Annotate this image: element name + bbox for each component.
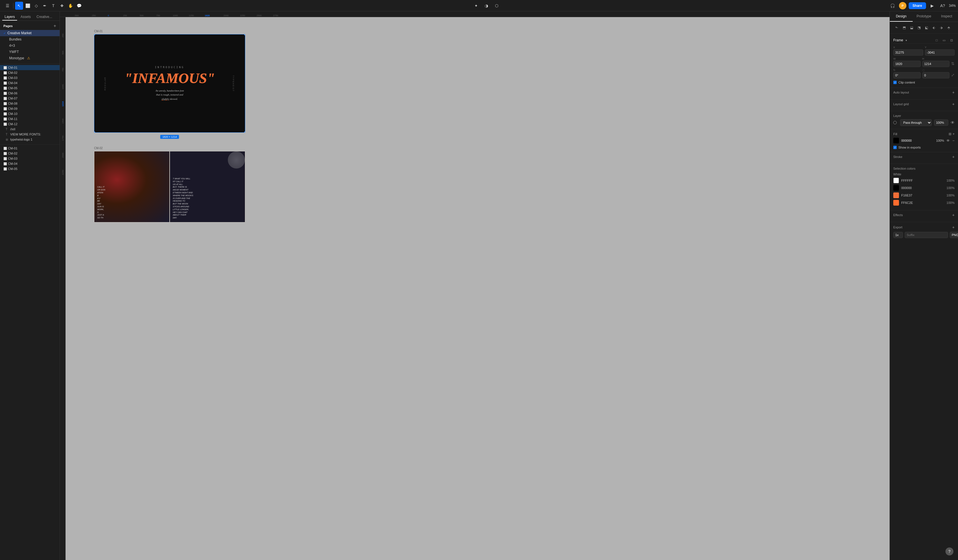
tab-creative[interactable]: Creative... bbox=[34, 14, 54, 21]
theme-button[interactable]: ◑ bbox=[482, 2, 490, 10]
export-scale-input[interactable] bbox=[893, 232, 903, 238]
sel-hex-f16e37[interactable]: F16E37 bbox=[901, 194, 944, 197]
sel-hex-ff6c2e[interactable]: FF6C2E bbox=[901, 201, 944, 205]
layer-item-cm05[interactable]: ⬜ CM-05 bbox=[0, 86, 60, 90]
shape-tool-button[interactable]: ◇ bbox=[32, 2, 40, 10]
frame-phone-icon[interactable]: □ bbox=[934, 37, 940, 43]
tab-assets[interactable]: Assets bbox=[18, 14, 33, 21]
tab-design[interactable]: Design bbox=[890, 11, 913, 22]
layer-item-iixii[interactable]: T //xII bbox=[0, 127, 60, 132]
layer-item-cm09[interactable]: ⬜ CM-09 bbox=[0, 106, 60, 111]
rotation-input[interactable] bbox=[893, 72, 921, 78]
w-input[interactable] bbox=[893, 61, 921, 67]
page-item-4x3[interactable]: 4×3 bbox=[0, 43, 60, 49]
hand-tool-button[interactable]: ✋ bbox=[67, 2, 75, 10]
layer-item-cm08[interactable]: ⬜ CM-08 bbox=[0, 101, 60, 106]
x-input[interactable] bbox=[893, 49, 923, 56]
export-format-input[interactable] bbox=[950, 232, 958, 238]
plugins-button[interactable]: ✦ bbox=[472, 2, 480, 10]
layer-item-cm07[interactable]: ⬜ CM-07 bbox=[0, 96, 60, 101]
fill-color-swatch[interactable] bbox=[893, 138, 899, 143]
layer-item-cm04-2[interactable]: ⬜ CM-04 bbox=[0, 161, 60, 166]
text-tool-button[interactable]: T bbox=[49, 2, 57, 10]
add-page-button[interactable]: + bbox=[54, 24, 56, 28]
distribute-v-button[interactable]: ⬘ bbox=[945, 24, 952, 31]
layer-item-view-more[interactable]: T VIEW MORE FONTS: bbox=[0, 132, 60, 137]
tab-layers[interactable]: Layers bbox=[2, 14, 17, 21]
stroke-add-button[interactable]: + bbox=[952, 154, 955, 159]
page-item-bundles[interactable]: Bundles bbox=[0, 36, 60, 43]
sel-hex-ffffff[interactable]: FFFFFF bbox=[901, 179, 944, 182]
layer-item-cm11[interactable]: ⬜ CM-11 bbox=[0, 116, 60, 122]
layer-item-cm02-2[interactable]: ⬜ CM-02 bbox=[0, 151, 60, 156]
layer-item-cm10[interactable]: ⬜ CM-10 bbox=[0, 111, 60, 116]
sel-swatch-000000[interactable] bbox=[893, 185, 899, 191]
fill-add-button[interactable]: + bbox=[953, 132, 955, 136]
layer-item-cm01-2[interactable]: ⬜ CM-01 bbox=[0, 146, 60, 151]
share-button[interactable]: Share bbox=[909, 2, 926, 9]
component-tool-button[interactable]: ❖ bbox=[58, 2, 66, 10]
layer-item-cm04[interactable]: ⬜ CM-04 bbox=[0, 81, 60, 86]
sel-hex-000000[interactable]: 000000 bbox=[901, 186, 944, 190]
distribute-h-button[interactable]: ⬗ bbox=[938, 24, 945, 31]
frame-cm02-content[interactable]: CALL ITOR DONATIONBA VBEDAYSUN ISWORK,SJ… bbox=[94, 151, 245, 222]
page-item-creative-market[interactable]: ✓ Creative Market bbox=[0, 30, 60, 36]
zoom-display[interactable]: 34% bbox=[949, 4, 956, 8]
y-input[interactable] bbox=[925, 49, 955, 56]
sel-swatch-f16e37[interactable] bbox=[893, 192, 899, 198]
frame-tool-button[interactable]: ⬜ bbox=[24, 2, 32, 10]
layer-item-cm03-2[interactable]: ⬜ CM-03 bbox=[0, 156, 60, 161]
canvas[interactable]: CM-01 REGULAR bbox=[65, 17, 890, 560]
fill-visibility-toggle[interactable]: 👁 bbox=[946, 138, 950, 143]
sel-swatch-ffffff[interactable] bbox=[893, 178, 899, 183]
play-button[interactable]: ▶ bbox=[928, 2, 936, 10]
settings-button[interactable]: A? bbox=[939, 2, 947, 10]
align-center-v-button[interactable]: ⬕ bbox=[923, 24, 930, 31]
align-right-button[interactable]: ⬓ bbox=[908, 24, 915, 31]
layer-item-cm01[interactable]: ⬜ CM-01 bbox=[0, 65, 60, 70]
align-center-h-button[interactable]: ⬒ bbox=[901, 24, 907, 31]
fill-remove-button[interactable]: − bbox=[952, 138, 955, 143]
frame-cm01-content[interactable]: REGULAR INTRODUCING "INFAMOUS" An unruly… bbox=[94, 34, 245, 133]
frame-desktop-icon[interactable]: ▭ bbox=[941, 37, 947, 43]
frame-resize-icon[interactable]: ⊡ bbox=[948, 37, 955, 43]
frame-cm02-wrapper[interactable]: CM-02 CALL ITOR DONATIONBA VBEDAYSUN ISW… bbox=[94, 151, 245, 222]
frame-cm01-wrapper[interactable]: CM-01 REGULAR bbox=[94, 34, 245, 133]
fill-hex-value[interactable]: 000000 bbox=[901, 139, 931, 142]
h-input[interactable] bbox=[922, 61, 950, 67]
layer-item-cm03[interactable]: ⬜ CM-03 bbox=[0, 75, 60, 81]
align-bottom-button[interactable]: ⬖ bbox=[930, 24, 937, 31]
constraint-lock[interactable]: ⇅ bbox=[951, 60, 955, 67]
visibility-toggle[interactable]: 👁 bbox=[950, 120, 955, 125]
effects-add-button[interactable]: + bbox=[952, 213, 955, 217]
sel-swatch-ff6c2e[interactable] bbox=[893, 200, 899, 206]
layer-item-cm12[interactable]: ⬜ CM-12 bbox=[0, 122, 60, 127]
fill-grid-icon[interactable]: ⊞ bbox=[948, 132, 952, 136]
page-item-ywft[interactable]: YWFT bbox=[0, 49, 60, 55]
frame-dropdown-icon[interactable]: ▾ bbox=[906, 39, 907, 42]
layer-item-cm02[interactable]: ⬜ CM-02 bbox=[0, 70, 60, 75]
library-button[interactable]: ⬡ bbox=[493, 2, 501, 10]
page-item-monotype[interactable]: Monotype ⚠ bbox=[0, 55, 60, 61]
opacity-input[interactable] bbox=[934, 119, 948, 126]
fill-opacity-value[interactable]: 100% bbox=[934, 139, 944, 142]
align-top-button[interactable]: ⬔ bbox=[915, 24, 922, 31]
layer-item-cm06[interactable]: ⬜ CM-06 bbox=[0, 90, 60, 96]
layout-grid-add[interactable]: + bbox=[952, 102, 955, 106]
corner-input[interactable] bbox=[922, 72, 950, 78]
show-in-exports-checkbox[interactable]: ✓ bbox=[893, 146, 897, 149]
export-suffix-input[interactable] bbox=[905, 232, 948, 238]
auto-layout-add[interactable]: + bbox=[952, 90, 955, 95]
help-button[interactable]: ? bbox=[945, 547, 953, 555]
tab-prototype[interactable]: Prototype bbox=[913, 11, 936, 22]
pen-tool-button[interactable]: ✒ bbox=[41, 2, 49, 10]
clip-content-checkbox[interactable]: ✓ bbox=[893, 81, 897, 84]
layer-item-typeheist-logo[interactable]: ⊞ typeheist-logo 1 bbox=[0, 137, 60, 142]
move-tool-button[interactable]: ↖ bbox=[15, 2, 23, 10]
lock-icon[interactable]: ⇅ bbox=[951, 61, 955, 66]
headphones-button[interactable]: 🎧 bbox=[889, 2, 897, 10]
menu-button[interactable]: ☰ bbox=[3, 2, 11, 10]
layer-item-cm05-2[interactable]: ⬜ CM-05 bbox=[0, 166, 60, 171]
tab-inspect[interactable]: Inspect bbox=[935, 11, 958, 22]
comment-tool-button[interactable]: 💬 bbox=[75, 2, 83, 10]
